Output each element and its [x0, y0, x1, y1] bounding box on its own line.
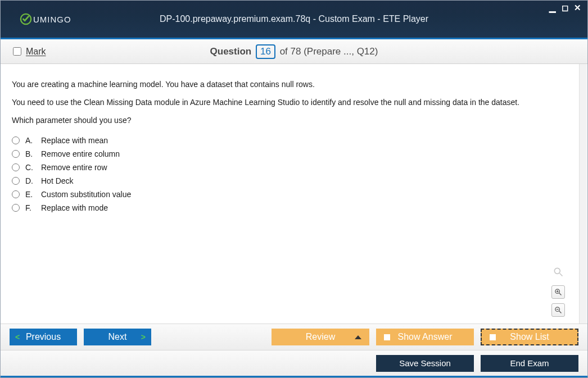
show-answer-label: Show Answer: [398, 332, 453, 342]
square-icon: [490, 334, 496, 340]
option-text: Hot Deck: [41, 176, 74, 185]
session-toolbar: Save Session End Exam: [1, 350, 587, 377]
mark-checkbox[interactable]: [13, 47, 21, 56]
option-radio[interactable]: [12, 204, 20, 212]
review-button[interactable]: Review: [272, 329, 369, 345]
triangle-up-icon: [355, 335, 361, 339]
window-controls: ▁ ◻ ✕: [548, 4, 582, 12]
option-letter: B.: [25, 149, 35, 158]
window-title: DP-100.prepaway.premium.exam.78q - Custo…: [1, 14, 587, 24]
zoom-out-icon[interactable]: [551, 303, 565, 317]
maximize-icon[interactable]: ◻: [560, 4, 569, 12]
nav-toolbar: < Previous Next > Review Show Answer Sho…: [1, 324, 587, 350]
minimize-icon[interactable]: ▁: [548, 4, 557, 12]
chevron-left-icon: <: [15, 333, 20, 341]
app-logo: UMINGO: [20, 13, 71, 25]
titlebar: UMINGO DP-100.prepaway.premium.exam.78q …: [1, 1, 587, 38]
next-label: Next: [108, 332, 127, 342]
checkmark-icon: [20, 13, 32, 25]
option-letter: F.: [25, 203, 35, 212]
option-letter: C.: [25, 163, 35, 172]
option-row[interactable]: B. Remove entire column: [12, 147, 576, 161]
review-label: Review: [306, 332, 335, 342]
question-body: You are creating a machine learning mode…: [1, 64, 587, 324]
show-list-label: Show List: [510, 332, 549, 342]
options-list: A. Replace with mean B. Remove entire co…: [12, 134, 576, 215]
end-exam-button[interactable]: End Exam: [481, 355, 578, 372]
previous-label: Previous: [26, 332, 61, 342]
chevron-right-icon: >: [141, 333, 146, 341]
option-text: Replace with mean: [41, 136, 108, 145]
search-tool: [551, 265, 565, 279]
save-session-button[interactable]: Save Session: [376, 355, 474, 372]
mark-checkbox-wrap[interactable]: Mark: [13, 47, 46, 57]
option-text: Replace with mode: [41, 203, 108, 212]
option-radio[interactable]: [12, 190, 20, 198]
question-para: You are creating a machine learning mode…: [12, 80, 576, 89]
option-text: Remove entire column: [41, 149, 120, 158]
square-icon: [384, 334, 390, 340]
option-radio[interactable]: [12, 163, 20, 171]
option-letter: A.: [25, 136, 35, 145]
question-header: Mark Question 16 of 78 (Prepare ..., Q12…: [1, 39, 587, 64]
option-text: Custom substitution value: [41, 190, 131, 199]
option-letter: E.: [25, 190, 35, 199]
svg-line-8: [559, 311, 561, 313]
question-word: Question: [210, 46, 252, 57]
option-text: Remove entire row: [41, 163, 107, 172]
option-radio[interactable]: [12, 136, 20, 144]
content-area: You are creating a machine learning mode…: [1, 64, 587, 324]
scrollbar[interactable]: [579, 64, 587, 324]
option-row[interactable]: C. Remove entire row: [12, 161, 576, 174]
svg-line-4: [559, 293, 561, 295]
option-row[interactable]: E. Custom substitution value: [12, 188, 576, 201]
question-number: 16: [256, 44, 275, 59]
show-list-button[interactable]: Show List: [481, 329, 578, 345]
question-para: You need to use the Clean Missing Data m…: [12, 98, 576, 107]
svg-point-1: [554, 268, 560, 274]
option-row[interactable]: A. Replace with mean: [12, 134, 576, 147]
zoom-in-icon[interactable]: [551, 285, 565, 299]
question-of-text: of 78 (Prepare ..., Q12): [280, 46, 378, 57]
show-answer-button[interactable]: Show Answer: [376, 329, 474, 345]
mark-label: Mark: [26, 47, 46, 57]
option-radio[interactable]: [12, 150, 20, 158]
option-row[interactable]: D. Hot Deck: [12, 174, 576, 188]
next-button[interactable]: Next >: [84, 329, 151, 345]
option-letter: D.: [25, 176, 35, 185]
question-indicator: Question 16 of 78 (Prepare ..., Q12): [1, 44, 587, 59]
question-para: Which parameter should you use?: [12, 116, 576, 125]
svg-line-2: [560, 274, 563, 276]
option-radio[interactable]: [12, 177, 20, 185]
logo-text: UMINGO: [33, 15, 71, 24]
magnifier-icon[interactable]: [551, 265, 565, 279]
option-row[interactable]: F. Replace with mode: [12, 201, 576, 215]
close-icon[interactable]: ✕: [573, 4, 582, 12]
zoom-controls: [551, 285, 565, 317]
previous-button[interactable]: < Previous: [10, 329, 77, 345]
